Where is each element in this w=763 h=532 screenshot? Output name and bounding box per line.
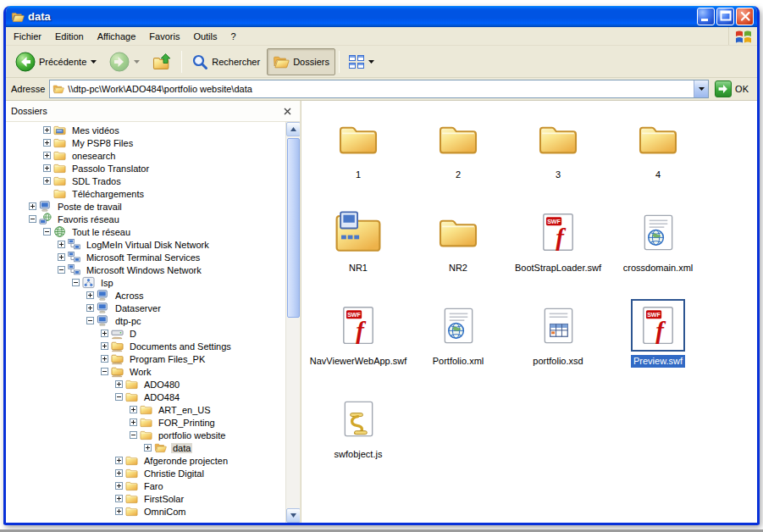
- tree-item-tout-le-r-seau[interactable]: Tout le réseau: [6, 225, 285, 238]
- expand-icon[interactable]: [115, 495, 123, 502]
- search-button[interactable]: Rechercher: [185, 48, 266, 75]
- file-item-3[interactable]: 3: [508, 113, 608, 206]
- tree-item-mes-vid-os[interactable]: Mes vidéos: [6, 124, 285, 136]
- expand-icon[interactable]: [86, 291, 94, 299]
- tree-item-passolo-translator[interactable]: Passolo Translator: [6, 162, 285, 175]
- expand-icon[interactable]: [101, 330, 108, 337]
- collapse-icon[interactable]: [58, 266, 65, 274]
- file-item-nr1[interactable]: NR1: [308, 206, 408, 299]
- expand-icon[interactable]: [115, 380, 123, 388]
- address-dropdown-button[interactable]: [694, 80, 708, 97]
- file-item-swfobject-js[interactable]: swfobject.js: [308, 392, 408, 485]
- file-item-portfolio-xsd[interactable]: portfolio.xsd: [508, 299, 608, 392]
- file-item-nr2[interactable]: NR2: [408, 206, 508, 299]
- menu-outils[interactable]: Outils: [186, 29, 224, 44]
- expand-icon[interactable]: [115, 469, 123, 477]
- tree-item-isp[interactable]: Isp: [6, 276, 285, 289]
- tree-item-dataserver[interactable]: Dataserver: [6, 302, 285, 314]
- expand-icon[interactable]: [130, 418, 137, 426]
- file-item-2[interactable]: 2: [408, 113, 508, 206]
- tree-item-work[interactable]: Work: [6, 365, 285, 378]
- tree-item-faro[interactable]: Faro: [6, 479, 285, 492]
- tree-item-onesearch[interactable]: onesearch: [6, 149, 285, 162]
- tree-item-poste-de-travail[interactable]: Poste de travail: [6, 200, 285, 213]
- tree-item-across[interactable]: Across: [6, 289, 285, 302]
- expand-icon[interactable]: [144, 444, 152, 452]
- tree-item-program-files-pk[interactable]: Program Files_PK: [6, 352, 285, 365]
- tree-item-for-printing[interactable]: FOR_Printing: [6, 416, 285, 429]
- tree-item-firstsolar[interactable]: FirstSolar: [6, 492, 285, 505]
- minimize-button[interactable]: [697, 8, 715, 25]
- file-item-navviewerwebapp-swf[interactable]: SWFfNavViewerWebApp.swf: [308, 299, 408, 392]
- expand-icon[interactable]: [43, 164, 51, 172]
- tree-item-dtp-pc[interactable]: dtp-pc: [6, 314, 285, 327]
- expand-icon[interactable]: [101, 342, 108, 350]
- back-dropdown-icon[interactable]: [91, 60, 97, 64]
- close-button[interactable]: [736, 8, 754, 25]
- tree-item-art-en-us[interactable]: ART_en_US: [6, 403, 285, 416]
- tree-item-portfolio-website[interactable]: portfolio website: [6, 429, 285, 441]
- file-item-portfolio-xml[interactable]: Portfolio.xml: [408, 299, 508, 392]
- tree-item-microsoft-terminal-services[interactable]: Microsoft Terminal Services: [6, 251, 285, 263]
- forward-button[interactable]: [103, 48, 146, 75]
- back-button[interactable]: Précédente: [9, 48, 102, 75]
- expand-icon[interactable]: [115, 482, 123, 490]
- expand-icon[interactable]: [115, 457, 123, 464]
- tree-item-documents-and-settings[interactable]: Documents and Settings: [6, 340, 285, 352]
- expand-icon[interactable]: [43, 139, 51, 147]
- tree-item-favoris-r-seau[interactable]: Favoris réseau: [6, 213, 285, 225]
- file-item-1[interactable]: 1: [308, 113, 408, 206]
- expand-icon[interactable]: [43, 152, 51, 159]
- collapse-icon[interactable]: [101, 368, 108, 375]
- go-button[interactable]: OK: [713, 80, 754, 97]
- close-folders-panel-button[interactable]: [280, 105, 295, 118]
- expand-icon[interactable]: [101, 355, 108, 363]
- tree-item-afgeronde-projecten[interactable]: Afgeronde projecten: [6, 454, 285, 467]
- views-dropdown-icon[interactable]: [368, 60, 374, 64]
- tree-item-logmein-virtual-disk-network[interactable]: LogMeIn Virtual Disk Network: [6, 238, 285, 251]
- tree-item-my-psp8-files[interactable]: My PSP8 Files: [6, 136, 285, 149]
- tree-item-ado480[interactable]: ADO480: [6, 378, 285, 391]
- address-input[interactable]: \\dtp-pc\Work\ADO484\portfolio website\d…: [49, 80, 709, 98]
- tree-item-d[interactable]: D: [6, 327, 285, 340]
- expand-icon[interactable]: [130, 406, 137, 413]
- up-button[interactable]: [147, 48, 178, 75]
- file-item-crossdomain-xml[interactable]: crossdomain.xml: [608, 206, 708, 299]
- menu-favoris[interactable]: Favoris: [142, 29, 186, 44]
- collapse-icon[interactable]: [130, 431, 137, 439]
- menu-affichage[interactable]: Affichage: [91, 29, 143, 44]
- collapse-icon[interactable]: [115, 393, 123, 401]
- menu-aide[interactable]: ?: [224, 29, 243, 44]
- expand-icon[interactable]: [43, 177, 51, 185]
- views-button[interactable]: [343, 48, 380, 75]
- scroll-down-button[interactable]: [286, 508, 300, 523]
- file-item-preview-swf[interactable]: SWFfPreview.swf: [608, 299, 708, 392]
- tree-item-microsoft-windows-network[interactable]: Microsoft Windows Network: [6, 263, 285, 276]
- forward-dropdown-icon[interactable]: [134, 60, 140, 64]
- collapse-icon[interactable]: [86, 317, 94, 324]
- file-item-4[interactable]: 4: [608, 113, 708, 206]
- tree-item-christie-digital[interactable]: Christie Digital: [6, 467, 285, 479]
- tree-scrollbar[interactable]: [285, 122, 300, 523]
- tree-item-t-l-chargements[interactable]: Téléchargements: [6, 187, 285, 200]
- collapse-icon[interactable]: [72, 279, 80, 286]
- collapse-icon[interactable]: [43, 228, 51, 236]
- collapse-icon[interactable]: [29, 215, 36, 223]
- expand-icon[interactable]: [58, 241, 65, 248]
- expand-icon[interactable]: [43, 126, 51, 134]
- tree-item-data[interactable]: data: [6, 441, 285, 454]
- tree-item-omnicom[interactable]: OmniCom: [6, 505, 285, 518]
- menu-fichier[interactable]: Fichier: [7, 29, 48, 44]
- file-item-bootstraploader-swf[interactable]: SWFfBootStrapLoader.swf: [508, 206, 608, 299]
- maximize-button[interactable]: [716, 8, 734, 25]
- tree-item-ado484[interactable]: ADO484: [6, 391, 285, 403]
- expand-icon[interactable]: [29, 202, 36, 210]
- expand-icon[interactable]: [115, 507, 123, 515]
- scroll-up-button[interactable]: [286, 122, 300, 136]
- expand-icon[interactable]: [86, 304, 94, 312]
- folders-button[interactable]: Dossiers: [267, 48, 335, 75]
- menu-edition[interactable]: Edition: [48, 29, 91, 44]
- tree-item-sdl-trados[interactable]: SDL Trados: [6, 175, 285, 187]
- titlebar[interactable]: data: [6, 6, 757, 27]
- scroll-thumb[interactable]: [287, 138, 300, 318]
